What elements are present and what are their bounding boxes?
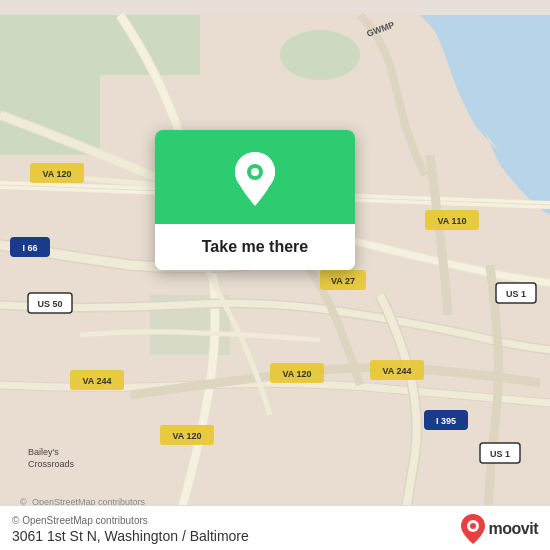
svg-text:US 50: US 50	[37, 299, 62, 309]
svg-text:VA 27: VA 27	[331, 276, 355, 286]
moovit-pin-icon	[461, 514, 485, 544]
moovit-logo: moovit	[461, 514, 538, 544]
svg-text:VA 244: VA 244	[382, 366, 411, 376]
svg-rect-2	[0, 15, 200, 75]
svg-point-4	[280, 30, 360, 80]
svg-text:VA 244: VA 244	[82, 376, 111, 386]
svg-point-43	[470, 523, 476, 529]
moovit-brand-text: moovit	[489, 520, 538, 538]
svg-text:Crossroads: Crossroads	[28, 459, 75, 469]
svg-text:US 1: US 1	[506, 289, 526, 299]
attribution-text: © OpenStreetMap contributors	[12, 515, 249, 526]
svg-text:VA 120: VA 120	[42, 169, 71, 179]
svg-text:VA 120: VA 120	[282, 369, 311, 379]
address-text: 3061 1st St N, Washington / Baltimore	[12, 528, 249, 544]
popup-icon-area	[155, 130, 355, 224]
svg-text:Bailey's: Bailey's	[28, 447, 59, 457]
bottom-bar: © OpenStreetMap contributors 3061 1st St…	[0, 505, 550, 550]
bottom-bar-left: © OpenStreetMap contributors 3061 1st St…	[12, 515, 249, 544]
take-me-there-button[interactable]: Take me there	[155, 224, 355, 270]
location-popup: Take me there	[155, 130, 355, 270]
location-pin-icon	[230, 150, 280, 208]
svg-text:I 395: I 395	[436, 416, 456, 426]
svg-text:VA 120: VA 120	[172, 431, 201, 441]
svg-text:US 1: US 1	[490, 449, 510, 459]
svg-text:I 66: I 66	[22, 243, 37, 253]
svg-point-41	[251, 168, 259, 176]
map-container: VA 120 VA 120 VA 120 VA 120 VA 244 VA 24…	[0, 0, 550, 550]
map-background: VA 120 VA 120 VA 120 VA 120 VA 244 VA 24…	[0, 0, 550, 550]
svg-text:VA 110: VA 110	[437, 216, 466, 226]
